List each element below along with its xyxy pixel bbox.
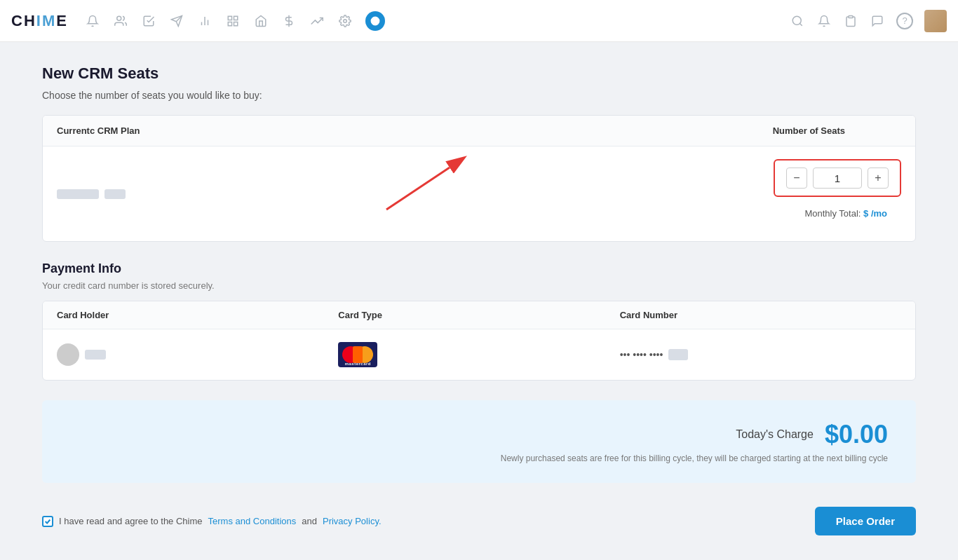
decrement-seats-button[interactable]: − — [786, 168, 807, 189]
monthly-total: Monthly Total: $ /mo — [804, 208, 901, 228]
terms-link[interactable]: Terms and Conditions — [208, 516, 297, 526]
payment-note: Your credit card number is stored secure… — [42, 280, 916, 291]
clipboard-icon[interactable] — [843, 13, 858, 29]
svg-point-11 — [344, 19, 347, 22]
card-holder-placeholder — [57, 343, 338, 366]
charge-label: Today's Charge — [736, 428, 814, 441]
svg-rect-8 — [228, 22, 231, 25]
terms-prefix: I have read and agree to the Chime — [59, 516, 203, 526]
col-current-plan-label: Currentc CRM Plan — [57, 125, 479, 136]
svg-rect-9 — [234, 22, 237, 25]
nav-icons-left — [85, 11, 790, 31]
terms-row: I have read and agree to the Chime Terms… — [42, 516, 382, 527]
dollar-icon[interactable] — [281, 13, 297, 29]
monthly-total-label: Monthly Total: — [804, 208, 861, 219]
seat-stepper-highlight: − + — [774, 159, 901, 197]
help-icon[interactable]: ? — [896, 13, 913, 29]
crm-plan-header: Currentc CRM Plan Number of Seats — [43, 116, 915, 146]
crm-plan-card: Currentc CRM Plan Number of Seats − + Mo… — [42, 115, 916, 242]
info-icon[interactable] — [365, 11, 385, 31]
analytics-icon[interactable] — [197, 13, 212, 29]
placeholder-rect-2 — [104, 189, 126, 199]
terms-middle: and — [302, 516, 317, 526]
privacy-link[interactable]: Privacy Policy. — [323, 516, 382, 526]
apps-icon[interactable] — [225, 13, 241, 29]
card-number-dots: ••• •••• •••• — [620, 349, 663, 360]
payment-table-header: Card Holder Card Type Card Number — [43, 301, 915, 329]
mc-overlap — [353, 346, 363, 363]
mastercard-logo: mastercard — [338, 342, 377, 367]
card-type-cell: mastercard — [338, 342, 619, 367]
payment-table-body: mastercard ••• •••• •••• — [43, 329, 915, 380]
payment-card: Card Holder Card Type Card Number master… — [42, 301, 916, 381]
seat-stepper-container: − + Monthly Total: $ /mo — [479, 159, 901, 228]
footer-row: I have read and agree to the Chime Terms… — [42, 500, 916, 542]
charge-note: Newly purchased seats are free for this … — [501, 453, 888, 463]
chart-icon[interactable] — [309, 13, 325, 29]
navbar: CHIME — [0, 0, 958, 42]
chat-icon[interactable] — [870, 13, 885, 29]
logo-text: CH — [11, 12, 36, 29]
app-logo: CHIME — [11, 12, 68, 30]
mastercard-text: mastercard — [338, 362, 377, 366]
red-arrow-annotation — [365, 153, 492, 217]
search-icon[interactable] — [790, 13, 805, 29]
col-card-type-label: Card Type — [338, 310, 619, 320]
card-last-digits — [668, 349, 688, 360]
user-avatar[interactable] — [924, 10, 947, 32]
col-card-holder-label: Card Holder — [57, 310, 338, 320]
svg-rect-7 — [234, 16, 237, 20]
home-icon[interactable] — [253, 13, 269, 29]
col-seats-label: Number of Seats — [479, 125, 901, 136]
increment-seats-button[interactable]: + — [868, 168, 889, 189]
card-number-cell: ••• •••• •••• — [620, 349, 901, 360]
payment-title: Payment Info — [42, 261, 916, 276]
charge-box: Today's Charge $0.00 Newly purchased sea… — [42, 400, 916, 483]
current-plan-placeholder — [57, 189, 479, 199]
svg-rect-17 — [849, 15, 853, 18]
avatar-placeholder — [57, 343, 79, 366]
logo-text-e: E — [56, 12, 68, 29]
page-title: New CRM Seats — [42, 64, 916, 83]
svg-point-15 — [792, 16, 801, 25]
crm-plan-body: − + Monthly Total: $ /mo — [43, 146, 915, 241]
logo-text-blue: IM — [36, 12, 56, 29]
name-placeholder — [85, 350, 106, 360]
placeholder-rect-1 — [57, 189, 99, 199]
col-card-number-label: Card Number — [620, 310, 901, 320]
svg-line-16 — [800, 23, 802, 25]
svg-rect-6 — [228, 16, 231, 20]
svg-point-0 — [117, 16, 121, 20]
place-order-button[interactable]: Place Order — [815, 507, 916, 535]
monthly-price: $ — [863, 208, 868, 219]
settings-icon[interactable] — [337, 13, 353, 29]
charge-row: Today's Charge $0.00 — [736, 420, 888, 449]
charge-amount: $0.00 — [825, 420, 888, 449]
page-subtitle: Choose the number of seats you would lik… — [42, 90, 916, 101]
bell-right-icon[interactable] — [816, 13, 832, 29]
main-content: New CRM Seats Choose the number of seats… — [0, 42, 958, 560]
notifications-icon[interactable] — [85, 13, 100, 29]
contacts-icon[interactable] — [113, 13, 128, 29]
monthly-suffix: /mo — [871, 208, 887, 219]
send-icon[interactable] — [169, 13, 184, 29]
seats-input[interactable] — [813, 168, 862, 189]
nav-icons-right: ? — [790, 10, 947, 32]
tasks-icon[interactable] — [141, 13, 156, 29]
terms-checkbox[interactable] — [42, 516, 53, 527]
